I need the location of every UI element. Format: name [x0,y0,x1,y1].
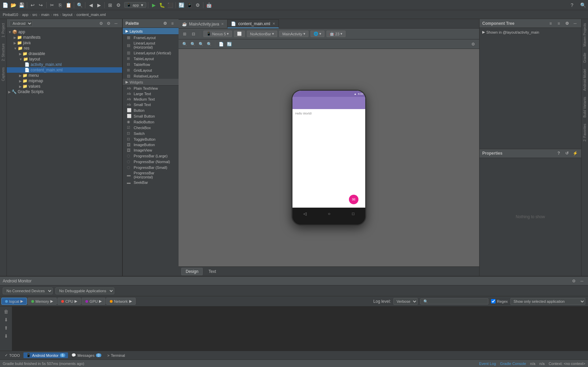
palette-item-imageview[interactable]: 🖼 ImageView [123,147,179,153]
layout-icon[interactable]: ⊞ [106,1,114,9]
paste-icon[interactable]: 📋 [65,1,72,9]
design-settings-icon[interactable]: ⚙ [470,41,476,48]
vtab-project[interactable]: 1: Project [1,20,6,40]
palette-sort-icon[interactable]: ≡ [169,20,176,27]
palette-item-checkbox[interactable]: ☑ CheckBox [123,125,179,130]
project-sync-icon[interactable]: ⚙ [98,20,104,27]
palette-item-small-button[interactable]: ⬜ Small Button [123,113,179,119]
tree-item-java[interactable]: ▶ 📁 java [7,40,122,46]
breadcrumb-project[interactable]: Pinball10 [3,13,18,17]
log-level-selector[interactable]: Verbose Debug Info Warn Error [393,298,418,305]
comp-tree-settings-icon[interactable]: ⚙ [564,20,570,27]
breadcrumb-main[interactable]: main [41,13,49,17]
tree-item-manifests[interactable]: ▶ 📁 manifests [7,35,122,40]
app-selector[interactable]: 📱 app ▼ [124,2,146,8]
orientation-btn[interactable]: ⬜ [234,31,245,37]
comp-tree-sort-icon[interactable]: ≡ [547,20,554,27]
palette-item-seekbar[interactable]: ▬ SeekBar [123,180,179,185]
tree-item-drawable[interactable]: ▶ 📁 drawable [7,51,122,56]
app-selector-monitor[interactable]: No Debuggable Applications [55,287,114,294]
move-left-icon[interactable]: ◀ [87,1,95,9]
palette-item-relativelayout[interactable]: ▨ RelativeLayout [123,73,179,79]
help-icon[interactable]: ? [568,1,576,9]
device-selector[interactable]: 📱 Nexus 5 ▾ [203,31,232,37]
palette-item-tablerow[interactable]: ⊟ TableRow [123,62,179,67]
global-search-icon[interactable]: 🔍 [579,1,587,9]
debug-icon[interactable]: 🐛 [158,1,166,9]
event-log-link[interactable]: Event Log [479,362,496,366]
comp-tree-sort2-icon[interactable]: ≡ [555,20,562,27]
clear-logcat-icon[interactable]: 🗑 [3,308,10,315]
gradle-console-link[interactable]: Gradle Console [500,362,526,366]
vtab-maven[interactable]: Maven Projects [582,20,587,49]
theme-selector[interactable]: NoActionBar ▾ [247,31,277,37]
palette-item-togglebutton[interactable]: ⊡ ToggleButton [123,136,179,142]
zoom-reset-btn[interactable]: 🔍 [189,41,196,48]
copy-icon[interactable]: ⎘ [56,1,64,9]
tree-item-content-main[interactable]: 📄 content_main.xml [7,67,122,73]
monitor-tab-network[interactable]: Network ▶ [106,298,135,305]
breadcrumb-src[interactable]: src [32,13,37,17]
vtab-gradle[interactable]: Gradle [582,50,587,66]
breadcrumb-app[interactable]: app [22,13,28,17]
sdk-icon[interactable]: ⚙ [115,1,122,9]
vtab-build-variants[interactable]: Build Variants [582,94,587,120]
undo-icon[interactable]: ↩ [29,1,36,9]
zoom-in-btn[interactable]: 🔍 [198,41,204,48]
palette-item-plain-textview[interactable]: Ab Plain TextView [123,86,179,91]
breadcrumb-layout[interactable]: layout [63,13,72,17]
project-view-selector[interactable]: Android Project [10,20,33,27]
refresh-btn[interactable]: 🔄 [226,41,233,48]
bottom-tab-terminal[interactable]: > Terminal [105,353,128,358]
palette-item-progressbar-normal[interactable]: ◌ ProgressBar (Normal) [123,159,179,164]
tab-mainactivity-close[interactable]: ✕ [221,22,224,26]
comp-tree-minimize-icon[interactable]: ─ [572,20,578,27]
zoom-out-btn[interactable]: 🔍 [181,41,188,48]
cut-icon[interactable]: ✂ [48,1,56,9]
monitor-tab-cpu[interactable]: CPU ▶ [57,298,81,305]
locale-selector[interactable]: 🌐 ▾ [310,31,324,37]
tab-content-main[interactable]: 📄 content_main.xml ✕ [228,19,279,28]
zoom-actual-icon[interactable]: ⊟ [190,31,197,37]
bottom-tab-android-monitor[interactable]: 📱 Android Monitor 6 [23,352,68,358]
down-icon[interactable]: ⬇ [3,332,9,340]
properties-filter-icon[interactable]: ⚡ [572,150,578,157]
regex-checkbox[interactable] [491,299,495,303]
avd-icon[interactable]: 📱 [186,1,193,9]
tree-item-layout[interactable]: ▼ 📁 layout [7,56,122,62]
new-file-icon[interactable]: 📄 [1,1,9,9]
palette-item-progressbar-large[interactable]: ◌ ProgressBar (Large) [123,153,179,159]
device-selector-monitor[interactable]: No Connected Devices [3,287,53,294]
project-minimize-icon[interactable]: ─ [113,20,119,27]
stop-icon[interactable]: ⬛ [166,1,174,9]
redo-icon[interactable]: ↪ [37,1,45,9]
move-right-icon[interactable]: ▶ [95,1,103,9]
project-settings-icon[interactable]: ⚙ [105,20,112,27]
palette-item-button[interactable]: ⬜ Button [123,107,179,113]
monitor-tab-memory[interactable]: Memory ▶ [28,298,57,305]
tree-item-mipmap[interactable]: ▶ 📁 mipmap [7,78,122,84]
monitor-minimize-icon[interactable]: ─ [578,278,585,284]
monitor-settings-icon[interactable]: ⚙ [570,278,577,284]
palette-item-imagebutton[interactable]: 🖼 ImageButton [123,142,179,147]
tree-item-values[interactable]: ▶ 📁 values [7,84,122,89]
tree-item-res[interactable]: ▼ 📁 res [7,46,122,51]
preview-xml-btn[interactable]: 📄 [218,41,224,48]
palette-item-gridlayout[interactable]: ⊞ GridLayout [123,67,179,73]
palette-section-widgets[interactable]: ▶ Widgets [123,79,179,86]
show-only-selector[interactable]: Show only selected application No Filter… [510,298,585,305]
palette-section-layouts[interactable]: ▶ Layouts [123,28,179,35]
palette-item-large-text[interactable]: Ab Large Text [123,91,179,97]
monitor-tab-gpu[interactable]: GPU ▶ [82,298,105,305]
breadcrumb-file[interactable]: content_main.xml [77,13,106,17]
activity-selector[interactable]: MainActivity ▾ [279,31,308,37]
palette-item-small-text[interactable]: Ab Small Text [123,102,179,107]
zoom-fit-btn[interactable]: 🔍 [206,41,213,48]
palette-item-tablelayout[interactable]: ⊞ TableLayout [123,56,179,62]
android-icon[interactable]: 🤖 [205,1,213,9]
vtab-favorites[interactable]: 2: Favorites [582,121,587,144]
monitor-tab-logcat[interactable]: logcat ▶ [1,298,27,305]
palette-item-switch[interactable]: ⊡ Switch [123,130,179,136]
zoom-fit-icon[interactable]: ⊞ [181,31,188,37]
palette-item-radiobutton[interactable]: ◉ RadioButton [123,119,179,125]
